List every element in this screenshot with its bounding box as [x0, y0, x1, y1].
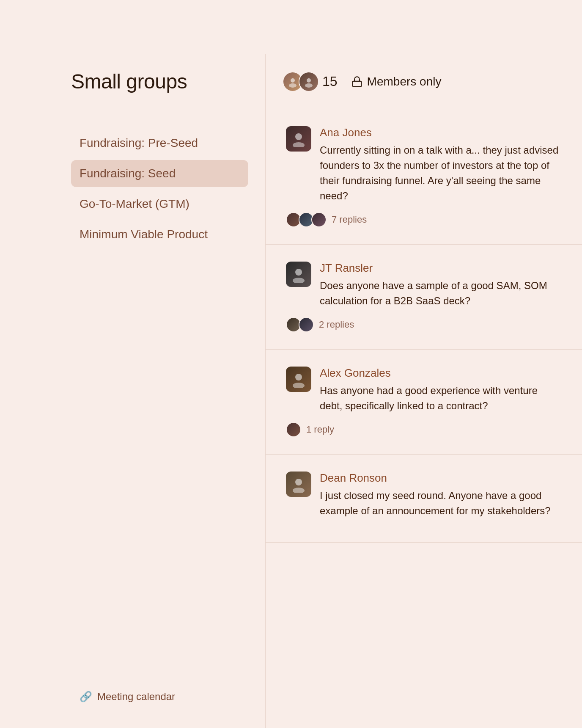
post-content-alex: Alex Gonzales Has anyone had a good expe… — [320, 367, 562, 414]
avatar-image-alex — [286, 367, 311, 392]
top-bar — [0, 0, 582, 54]
svg-point-8 — [293, 278, 305, 283]
top-bar-content — [54, 0, 582, 54]
page-title: Small groups — [71, 70, 187, 93]
avatar-stack — [283, 72, 319, 92]
icon-sidebar — [0, 54, 54, 728]
post-content-jt: JT Ransler Does anyone have a sample of … — [320, 262, 562, 309]
svg-point-7 — [295, 269, 302, 276]
header-left: Small groups — [54, 54, 266, 109]
post-content-dean: Dean Ronson I just closed my seed round.… — [320, 472, 562, 518]
reply-avatar — [299, 317, 314, 332]
svg-point-0 — [291, 78, 295, 83]
svg-rect-4 — [352, 81, 361, 86]
post-avatar-jt — [286, 262, 311, 287]
nav-bottom: 🔗 Meeting calendar — [71, 672, 248, 708]
post-text-jt: Does anyone have a sample of a good SAM,… — [320, 278, 562, 309]
post-avatar-alex — [286, 367, 311, 392]
post-item: Ana Jones Currently sitting in on a talk… — [266, 109, 582, 245]
members-only-label: Members only — [367, 75, 442, 88]
header-row: Small groups — [54, 54, 582, 109]
post-replies-jt[interactable]: 2 replies — [286, 317, 562, 332]
post-avatar-dean — [286, 472, 311, 497]
reply-count-alex: 1 reply — [306, 424, 334, 435]
post-header: Alex Gonzales Has anyone had a good expe… — [286, 367, 562, 414]
reply-avatars-jt — [286, 317, 314, 332]
nav-panel: Fundraising: Pre-Seed Fundraising: Seed … — [54, 109, 266, 728]
svg-point-10 — [293, 383, 305, 388]
post-replies-ana[interactable]: 7 replies — [286, 212, 562, 227]
two-col: Fundraising: Pre-Seed Fundraising: Seed … — [54, 109, 582, 728]
post-header: Ana Jones Currently sitting in on a talk… — [286, 126, 562, 204]
reply-avatars-ana — [286, 212, 327, 227]
reply-avatar — [311, 212, 327, 227]
svg-point-1 — [289, 83, 296, 88]
reply-count-jt: 2 replies — [319, 319, 354, 330]
member-count: 15 — [322, 74, 338, 89]
svg-point-5 — [295, 133, 302, 140]
svg-point-3 — [305, 83, 313, 88]
post-author-dean: Dean Ronson — [320, 472, 562, 485]
reply-avatar — [286, 422, 301, 437]
svg-point-6 — [293, 142, 305, 147]
reply-count-ana: 7 replies — [332, 214, 367, 225]
post-header: JT Ransler Does anyone have a sample of … — [286, 262, 562, 309]
member-avatars-group: 15 — [283, 72, 338, 92]
post-text-ana: Currently sitting in on a talk with a...… — [320, 143, 562, 204]
avatar — [299, 72, 319, 92]
avatar-image-2 — [299, 72, 318, 91]
link-icon: 🔗 — [80, 691, 92, 703]
members-only-badge: Members only — [351, 75, 442, 88]
post-author-alex: Alex Gonzales — [320, 367, 562, 380]
post-author-ana: Ana Jones — [320, 126, 562, 139]
svg-point-9 — [295, 374, 302, 381]
svg-point-12 — [293, 488, 305, 493]
svg-point-2 — [307, 78, 311, 83]
post-item: Alex Gonzales Has anyone had a good expe… — [266, 350, 582, 455]
meeting-calendar-link[interactable]: 🔗 Meeting calendar — [71, 686, 248, 708]
left-sidebar-top — [0, 0, 54, 54]
nav-item-minimum-viable-product[interactable]: Minimum Viable Product — [71, 221, 248, 248]
avatar-image-dean — [286, 472, 311, 497]
post-avatar-ana — [286, 126, 311, 152]
lock-icon — [351, 76, 363, 88]
post-header: Dean Ronson I just closed my seed round.… — [286, 472, 562, 518]
posts-panel: Ana Jones Currently sitting in on a talk… — [266, 109, 582, 728]
post-text-alex: Has anyone had a good experience with ve… — [320, 383, 562, 414]
post-item: Dean Ronson I just closed my seed round.… — [266, 455, 582, 543]
nav-item-fundraising-seed[interactable]: Fundraising: Seed — [71, 160, 248, 187]
post-content-ana: Ana Jones Currently sitting in on a talk… — [320, 126, 562, 204]
post-item: JT Ransler Does anyone have a sample of … — [266, 245, 582, 350]
post-text-dean: I just closed my seed round. Anyone have… — [320, 488, 562, 518]
header-right: 15 Members only — [266, 58, 582, 105]
avatar-image-ana — [286, 126, 311, 152]
meeting-calendar-label: Meeting calendar — [97, 691, 175, 703]
avatar-image-jt — [286, 262, 311, 287]
svg-point-11 — [295, 479, 302, 485]
post-replies-alex[interactable]: 1 reply — [286, 422, 562, 437]
reply-avatars-alex — [286, 422, 301, 437]
content-area: Small groups — [54, 54, 582, 728]
nav-item-fundraising-pre-seed[interactable]: Fundraising: Pre-Seed — [71, 130, 248, 157]
post-author-jt: JT Ransler — [320, 262, 562, 275]
nav-item-go-to-market[interactable]: Go-To-Market (GTM) — [71, 190, 248, 218]
main-layout: Small groups — [0, 54, 582, 728]
